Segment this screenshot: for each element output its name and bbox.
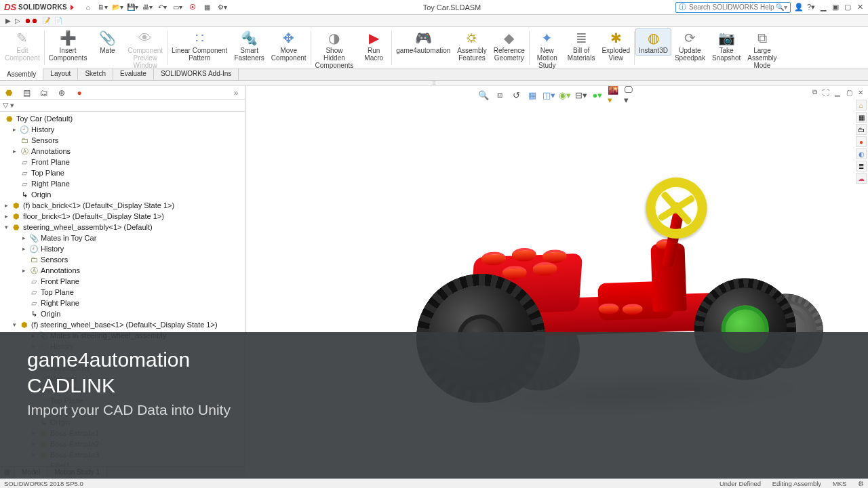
tree-node[interactable]: ▸ⒶAnnotations (0, 146, 245, 157)
undo-icon[interactable]: ↶▾ (157, 2, 169, 13)
tree-node[interactable]: ▸⬢floor_brick<1> (Default<_Display State… (0, 211, 245, 222)
tree-node[interactable]: ▱Front Plane (0, 276, 245, 287)
prev-view-icon[interactable]: ↺ (510, 89, 522, 101)
restore-icon[interactable]: ▣ (830, 2, 841, 13)
tree-node[interactable]: ▾⬢(f) steering_wheel_base<1> (Default<_D… (0, 319, 245, 330)
zoom-fit-icon[interactable]: 🔍 (477, 89, 490, 101)
ribbon-cmd-bill-of-materials[interactable]: ≣Bill of Materials (564, 28, 599, 63)
ribbon-cmd-linear-component-pattern[interactable]: ∷Linear Component Pattern (168, 28, 231, 63)
expand-icon[interactable]: ▸ (3, 213, 9, 220)
tree-node[interactable]: ↳Origin (0, 308, 245, 319)
tree-node[interactable]: ▸🕘History (0, 124, 245, 135)
view-settings-icon[interactable]: 🖵▾ (624, 89, 636, 101)
macro-edit-icon[interactable]: 📝 (42, 17, 50, 24)
view-orient-icon[interactable]: ◫▾ (542, 89, 555, 101)
vp-link-icon[interactable]: ⧉ (810, 87, 819, 97)
expand-icon[interactable]: ▾ (11, 321, 18, 328)
tree-node[interactable]: ▱Right Plane (0, 298, 245, 308)
ribbon-tab-sketch[interactable]: Sketch (78, 68, 113, 80)
help-search[interactable]: ⓘ 🔍▾ (675, 2, 791, 13)
settings-gear-icon[interactable]: ⚙▾ (216, 2, 229, 13)
ribbon-cmd-exploded-view[interactable]: ✱Exploded View (598, 28, 633, 63)
section-view-icon[interactable]: ▦ (526, 89, 538, 101)
expand-icon[interactable]: ▸ (11, 126, 18, 133)
ribbon-cmd-show-hidden-components[interactable]: ◑Show Hidden Components (312, 28, 357, 70)
task-view-icon[interactable]: ● (856, 136, 867, 147)
vp-close-icon[interactable]: ✕ (856, 87, 865, 97)
expand-icon[interactable]: ▸ (20, 245, 27, 252)
select-icon[interactable]: ▭▾ (172, 2, 184, 13)
expand-icon[interactable]: ▸ (20, 235, 27, 241)
tree-node[interactable]: ▸ⒶAnnotations (0, 265, 245, 276)
task-custom-icon[interactable]: ≣ (856, 161, 867, 171)
macro-new-icon[interactable]: 📄 (54, 17, 62, 24)
ribbon-tab-assembly[interactable]: Assembly (0, 68, 43, 80)
tree-node[interactable]: ▱Front Plane (0, 157, 245, 167)
ribbon-cmd-assembly-features[interactable]: ⛭Assembly Features (454, 28, 490, 63)
tree-node[interactable]: ▱Right Plane (0, 178, 245, 189)
macro-play-icon[interactable]: ▶ (5, 17, 11, 24)
ribbon-cmd-run-macro[interactable]: ▶Run Macro (357, 28, 391, 63)
vp-min-icon[interactable]: ▁ (833, 87, 842, 97)
brand-arrow-icon[interactable] (71, 5, 74, 10)
help-search-input[interactable] (689, 3, 776, 11)
tree-node[interactable]: ▸⬢(f) back_brick<1> (Default<_Display St… (0, 200, 245, 211)
expand-icon[interactable]: ▾ (3, 224, 9, 230)
ribbon-cmd-instant3d[interactable]: ◍Instant3D (635, 28, 671, 56)
vp-max-icon[interactable]: ▢ (844, 87, 854, 97)
task-home-icon[interactable]: ⌂ (856, 100, 867, 110)
task-resources-icon[interactable]: ▦ (856, 112, 867, 123)
ribbon-cmd-smart-fasteners[interactable]: 🔩Smart Fasteners (231, 28, 267, 63)
ribbon-cmd-mate[interactable]: 📎Mate (90, 28, 124, 56)
tree-tab-appearance-icon[interactable]: ● (73, 87, 85, 99)
options-icon[interactable]: ▦ (201, 2, 214, 13)
ribbon-cmd-game4automation[interactable]: 🎮game4automation (393, 28, 454, 56)
tree-node[interactable]: ▸📎Mates in Toy Car (0, 232, 245, 243)
macro-record-icon[interactable]: ⏺⏺ (24, 17, 38, 24)
status-gear-icon[interactable]: ⚙ (858, 480, 864, 487)
display-style-icon[interactable]: ◉▾ (559, 89, 571, 101)
ribbon-cmd-take-snapshot[interactable]: 📷Take Snapshot (709, 28, 744, 63)
macro-step-icon[interactable]: ▷ (15, 17, 20, 24)
tree-node[interactable]: 🗀Sensors (0, 254, 245, 265)
expand-icon[interactable]: ▸ (11, 148, 18, 155)
tree-node[interactable]: ▱Top Plane (0, 287, 245, 298)
ribbon-tab-layout[interactable]: Layout (43, 68, 78, 80)
ribbon-cmd-new-motion-study[interactable]: ✦New Motion Study (530, 28, 564, 70)
expand-icon[interactable]: ▸ (20, 267, 27, 274)
task-library-icon[interactable]: 🗀 (856, 124, 867, 135)
ribbon-cmd-update-speedpak[interactable]: ⟳Update Speedpak (671, 28, 709, 63)
tree-node[interactable]: 🗀Sensors (0, 135, 245, 146)
ribbon-cmd-insert-components[interactable]: ➕Insert Components (45, 28, 91, 63)
minimize-icon[interactable]: ▁ (818, 2, 829, 13)
tree-filter[interactable]: ▽ ▾ (0, 100, 245, 112)
tree-root[interactable]: ⬣Toy Car (Default) (0, 113, 245, 124)
hide-show-icon[interactable]: ⊟▾ (575, 89, 587, 101)
ribbon-cmd-large-assembly-mode[interactable]: ⧉Large Assembly Mode (744, 28, 780, 70)
print-icon[interactable]: 🖶▾ (142, 2, 154, 13)
save-icon[interactable]: 💾▾ (127, 2, 139, 13)
vp-full-icon[interactable]: ⛶ (821, 87, 831, 97)
tree-node[interactable]: ▾⬣steering_wheel_assembly<1> (Default) (0, 222, 245, 232)
expand-icon[interactable]: ▸ (3, 202, 9, 209)
new-doc-icon[interactable]: 🗎▾ (97, 2, 109, 13)
tree-tab-dim-icon[interactable]: ⊕ (56, 87, 68, 99)
ribbon-cmd-reference-geometry[interactable]: ◆Reference Geometry (490, 28, 528, 63)
search-mag-icon[interactable]: 🔍▾ (776, 3, 787, 11)
task-forum-icon[interactable]: ☁ (856, 173, 867, 184)
tree-tab-property-icon[interactable]: ▤ (20, 87, 33, 99)
ribbon-cmd-move-component[interactable]: ✥Move Component (268, 28, 310, 63)
apply-scene-icon[interactable]: 🌇▾ (608, 89, 620, 101)
user-icon[interactable]: 👤 (793, 2, 804, 13)
tree-node[interactable]: ▱Top Plane (0, 167, 245, 178)
tree-node[interactable]: ▸🕘History (0, 243, 245, 254)
ribbon-tab-solidworks-add-ins[interactable]: SOLIDWORKS Add-Ins (154, 68, 239, 80)
maximize-icon[interactable]: ▢ (842, 2, 853, 13)
rebuild-icon[interactable]: ⦿ (186, 2, 199, 13)
open-icon[interactable]: 📂▾ (112, 2, 124, 13)
zoom-area-icon[interactable]: ⧈ (494, 89, 506, 101)
tree-expand-icon[interactable]: » (230, 87, 242, 99)
ribbon-drag-handle[interactable]: ⠿ (0, 81, 868, 86)
edit-appearance-icon[interactable]: ●▾ (591, 89, 604, 101)
task-appearance-icon[interactable]: ◐ (856, 148, 867, 159)
